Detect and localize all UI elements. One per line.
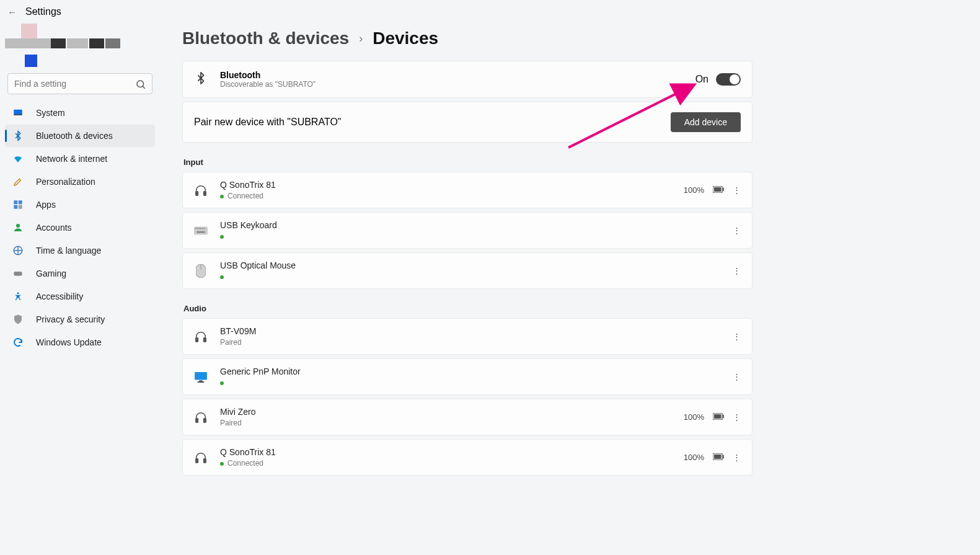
svg-rect-35 [714,414,722,419]
add-device-button[interactable]: Add device [671,112,741,132]
sidebar-nav: System Bluetooth & devices Network & int… [5,102,155,353]
accessibility-icon [12,291,24,302]
sidebar-item-label: Personalization [36,177,95,187]
battery-icon [713,412,724,422]
more-options-icon[interactable]: ⋮ [733,412,741,422]
group-title: Audio [183,304,968,313]
svg-rect-13 [204,191,206,195]
battery-icon [713,185,724,195]
svg-rect-16 [723,188,724,191]
svg-rect-30 [199,380,202,381]
sidebar-item-accounts[interactable]: Accounts [5,216,155,239]
device-row[interactable]: Mivi ZeroPaired100%⋮ [182,399,753,435]
keyboard-icon [194,226,208,235]
sidebar-item-network[interactable]: Network & internet [5,148,155,170]
more-options-icon[interactable]: ⋮ [733,185,741,195]
page-title: Devices [373,29,438,48]
svg-rect-7 [19,205,22,209]
bluetooth-label: Bluetooth [220,70,316,80]
device-name: Generic PnP Monitor [220,366,301,376]
pair-device-card: Pair new device with "SUBRATO" Add devic… [182,102,753,143]
more-options-icon[interactable]: ⋮ [733,226,741,235]
personalization-icon [12,176,24,187]
device-name: Q SonoTrix 81 [220,180,276,190]
svg-rect-20 [198,228,200,229]
sidebar-item-privacy[interactable]: Privacy & security [5,308,155,331]
sidebar-item-bluetooth-devices[interactable]: Bluetooth & devices [5,125,155,147]
sidebar-item-label: Privacy & security [36,314,105,324]
svg-point-0 [137,81,144,87]
sidebar-item-gaming[interactable]: Gaming [5,262,155,285]
device-row[interactable]: BT-V09MPaired⋮ [182,318,753,355]
svg-rect-29 [195,371,207,380]
app-title: Settings [25,6,61,17]
device-row[interactable]: USB Keykoard⋮ [182,212,753,249]
headphones-icon [194,330,208,344]
svg-rect-18 [195,228,196,229]
headphones-icon [194,411,208,424]
device-status: Connected [220,459,276,468]
device-row[interactable]: Q SonoTrix 81Connected100%⋮ [182,439,753,476]
sidebar-item-accessibility[interactable]: Accessibility [5,285,155,308]
battery-level: 100% [684,453,704,462]
device-name: USB Keykoard [220,220,277,230]
device-row[interactable]: Q SonoTrix 81Connected100%⋮ [182,172,753,208]
battery-level: 100% [684,185,704,195]
svg-rect-10 [14,272,22,276]
privacy-icon [12,314,24,325]
svg-rect-5 [19,200,22,204]
time-language-icon [12,245,24,256]
svg-point-11 [17,292,19,294]
svg-rect-19 [197,228,198,229]
device-status [220,232,277,241]
device-row[interactable]: USB Optical Mouse⋮ [182,252,753,289]
battery-level: 100% [684,412,704,422]
device-row[interactable]: Generic PnP Monitor⋮ [182,358,753,395]
battery-icon [713,453,724,462]
sidebar-item-label: Network & internet [36,154,107,164]
sidebar-item-windows-update[interactable]: Windows Update [5,331,155,353]
more-options-icon[interactable]: ⋮ [733,266,741,275]
svg-rect-41 [723,455,724,458]
bluetooth-state: On [695,74,709,85]
mouse-icon [194,264,208,278]
headphones-icon [194,451,208,464]
svg-point-8 [16,224,20,228]
breadcrumb-parent[interactable]: Bluetooth & devices [182,29,349,48]
device-name: Mivi Zero [220,407,256,417]
svg-rect-40 [714,455,722,459]
svg-rect-12 [196,191,198,195]
device-name: Q SonoTrix 81 [220,447,276,457]
sidebar-item-apps[interactable]: Apps [5,193,155,216]
bluetooth-card: Bluetooth Discoverable as "SUBRATO" On [182,61,753,98]
bluetooth-icon [194,71,208,87]
bluetooth-icon [12,130,24,141]
svg-rect-27 [196,337,198,341]
windows-update-icon [12,337,24,348]
search-input[interactable] [7,73,152,94]
sidebar-item-label: Time & language [36,246,101,255]
sidebar-item-label: System [36,108,65,118]
svg-rect-28 [204,337,206,341]
sidebar-item-system[interactable]: System [5,102,155,124]
search-icon [135,79,146,92]
svg-rect-4 [14,200,17,204]
device-status: Paired [220,419,256,427]
device-name: USB Optical Mouse [220,260,296,270]
account-avatar[interactable] [5,25,155,68]
svg-rect-23 [204,228,205,229]
apps-icon [12,199,24,210]
bluetooth-discoverable: Discoverable as "SUBRATO" [220,80,316,89]
group-title: Input [183,158,968,167]
accounts-icon [12,222,24,233]
svg-rect-15 [714,187,722,192]
back-button[interactable]: ← [7,7,17,17]
more-options-icon[interactable]: ⋮ [733,332,741,341]
bluetooth-toggle[interactable] [716,73,741,86]
sidebar-item-time-language[interactable]: Time & language [5,239,155,262]
sidebar-item-label: Gaming [36,269,66,278]
more-options-icon[interactable]: ⋮ [733,372,741,381]
device-status: Connected [220,192,276,200]
sidebar-item-personalization[interactable]: Personalization [5,171,155,193]
more-options-icon[interactable]: ⋮ [733,453,741,462]
